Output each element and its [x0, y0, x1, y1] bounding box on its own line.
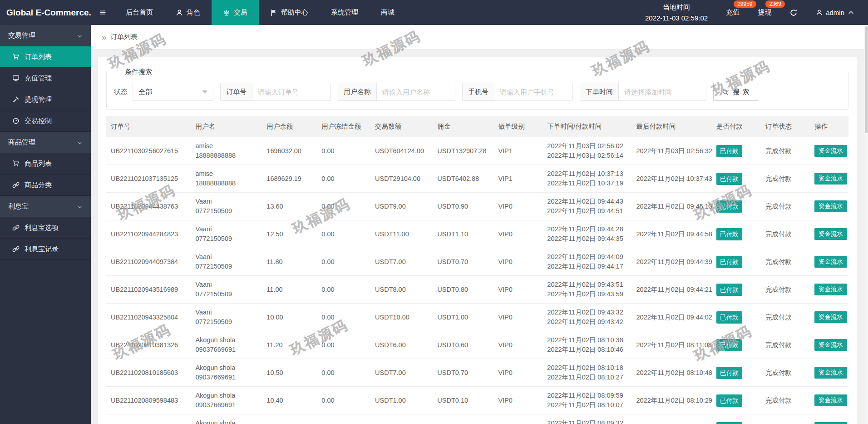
fund-flow-button[interactable]: 资金流水 [814, 173, 847, 185]
frozen-amount-cell: 0.00 [317, 304, 370, 331]
filter-phone-input[interactable] [494, 83, 572, 100]
last-pay-time-cell: 2022年11月02日 08:11:08 [632, 331, 712, 359]
fund-flow-button[interactable]: 资金流水 [814, 256, 847, 268]
order-no-cell: UB2211020810185603 [106, 359, 191, 387]
sidebar-item-label: 提现管理 [25, 95, 52, 104]
user-name-line: amise [195, 169, 257, 179]
fund-flow-button[interactable]: 资金流水 [814, 394, 847, 406]
chevron-down-icon [77, 33, 83, 39]
user-phone-line: 0772150509 [195, 206, 257, 216]
balance-cell: 10.50 [262, 359, 317, 387]
filter-order-time-input[interactable] [619, 83, 706, 100]
fund-flow-button[interactable]: 资金流水 [814, 339, 847, 351]
refresh-button[interactable] [789, 8, 798, 17]
commission-cell: USDT0.60 [433, 331, 493, 359]
frozen-amount-cell: 0.00 [317, 220, 370, 248]
order-pay-time-cell: 2022年11月03日 02:56:022022年11月03日 02:56:14 [542, 137, 631, 165]
sidebar-item-goods-category[interactable]: 商品分类 [0, 175, 91, 196]
order-pay-time-cell: 2022年11月02日 09:43:512022年11月02日 09:43:59 [542, 276, 631, 304]
level-cell: VIP0 [493, 248, 542, 276]
admin-menu[interactable]: admin [816, 9, 854, 16]
table-row: UB2211020944284823Vaani077215050912.500.… [106, 220, 848, 248]
commission-cell: USDT0.70 [433, 359, 493, 387]
action-cell: 资金流水 [810, 220, 848, 248]
pay-time-line: 2022年11月02日 09:44:17 [547, 262, 627, 271]
fund-flow-button[interactable]: 资金流水 [814, 200, 847, 212]
sidebar-item-trade-control[interactable]: 交易控制 [0, 110, 91, 132]
level-cell: VIP0 [493, 387, 542, 414]
hamburger-button[interactable] [91, 0, 114, 25]
nav-item-home[interactable]: 后台首页 [114, 0, 164, 25]
filter-user-name-input[interactable] [377, 83, 455, 100]
nav-item-label: 系统管理 [331, 8, 358, 17]
order-no-cell: UB2211020944284823 [106, 220, 191, 248]
nav-item-label: 角色 [187, 8, 200, 17]
vertical-scrollbar[interactable] [864, 25, 868, 424]
nav-item-roles[interactable]: 角色 [164, 0, 212, 25]
balance-cell: 10.10 [262, 414, 317, 424]
sidebar-group-goods-manage[interactable]: 商品管理 [0, 132, 91, 153]
flag-icon [270, 9, 277, 16]
sidebar-group-label: 商品管理 [8, 138, 35, 147]
sidebar-group-lixibao[interactable]: 利息宝 [0, 196, 91, 217]
status-select[interactable]: 全部 [133, 83, 213, 101]
sidebar-item-recharge-manage[interactable]: 充值管理 [0, 68, 91, 89]
user-cell: amise18888888888 [191, 137, 262, 165]
sidebar-group-trade-manage[interactable]: 交易管理 [0, 25, 91, 46]
pay-time-line: 2022年11月02日 09:43:42 [547, 317, 627, 327]
frozen-amount-cell: 0.00 [317, 165, 370, 193]
trade-amount-cell: USDT7.00 [370, 359, 433, 387]
table-row: UB2211020809598483Akogun shola0903766969… [106, 387, 848, 414]
nav-item-mall[interactable]: 商城 [370, 0, 406, 25]
local-time-block: 当地时间 2022-11-03 02:59:02 [645, 2, 708, 23]
fund-flow-button[interactable]: 资金流水 [814, 145, 847, 157]
level-cell: VIP1 [493, 165, 542, 193]
sidebar-item-goods-list[interactable]: 商品列表 [0, 153, 91, 175]
local-time-label: 当地时间 [645, 2, 708, 12]
commission-cell: USDT132907.28 [433, 137, 493, 165]
sidebar-item-withdraw-manage[interactable]: 提现管理 [0, 89, 91, 110]
nav-item-trade[interactable]: 交易 [212, 0, 259, 25]
fund-flow-button[interactable]: 资金流水 [814, 311, 847, 323]
column-header: 是否付款 [712, 116, 761, 137]
column-header: 做单级别 [493, 116, 542, 137]
status-label: 状态 [114, 88, 128, 96]
sidebar-group-label: 利息宝 [8, 202, 29, 211]
order-status-cell: 完成付款 [761, 220, 810, 248]
fund-flow-button[interactable]: 资金流水 [814, 367, 847, 379]
order-status-cell: 完成付款 [761, 248, 810, 276]
top-navbar: Global E-Commerce... 后台首页角色交易帮助中心系统管理商城 … [0, 0, 868, 25]
breadcrumb-chevrons-icon: » [102, 33, 106, 41]
scrollbar-thumb[interactable] [865, 26, 868, 133]
column-header: 用户余额 [262, 116, 317, 137]
commission-cell: USDT0.10 [433, 387, 493, 414]
commission-cell: USDT1.00 [433, 304, 493, 331]
frozen-amount-cell: 0.00 [317, 276, 370, 304]
fund-flow-button[interactable]: 资金流水 [814, 422, 847, 424]
pay-time-line: 2022年11月03日 02:56:14 [547, 151, 627, 160]
filter-order-no-label: 订单号 [221, 83, 252, 100]
sidebar-item-lixibao-options[interactable]: 利息宝选项 [0, 217, 91, 239]
user-name-line: Akogun shola [195, 391, 257, 400]
nav-item-help[interactable]: 帮助中心 [259, 0, 320, 25]
sidebar-item-order-list[interactable]: 订单列表 [0, 46, 91, 68]
fund-flow-button[interactable]: 资金流水 [814, 228, 847, 240]
filter-row: 状态 全部 订单号用户名称手机号下单时间 搜 索 [114, 83, 841, 101]
user-phone-line: 0772150509 [195, 234, 257, 244]
recharge-nav-item[interactable]: 充值 29959 [726, 8, 740, 17]
withdraw-label: 提现 [758, 8, 771, 16]
withdraw-nav-item[interactable]: 提现 2369 [758, 8, 771, 17]
hamburger-icon [99, 9, 106, 16]
last-pay-time-cell: 2022年11月02日 08:10:48 [632, 359, 712, 387]
column-header: 下单时间/付款时间 [542, 116, 631, 137]
paid-badge: 已付款 [716, 145, 742, 157]
search-button[interactable]: 搜 索 [713, 83, 758, 101]
fund-flow-button[interactable]: 资金流水 [814, 284, 847, 295]
sidebar-item-label: 交易控制 [25, 117, 52, 125]
pay-time-line: 2022年11月02日 09:44:51 [547, 206, 627, 216]
trade-amount-cell: USDT8.00 [370, 276, 433, 304]
nav-item-system[interactable]: 系统管理 [320, 0, 370, 25]
filter-order-no-input[interactable] [252, 83, 330, 100]
sidebar-item-lixibao-records[interactable]: 利息宝记录 [0, 239, 91, 260]
paid-badge: 已付款 [716, 284, 742, 296]
